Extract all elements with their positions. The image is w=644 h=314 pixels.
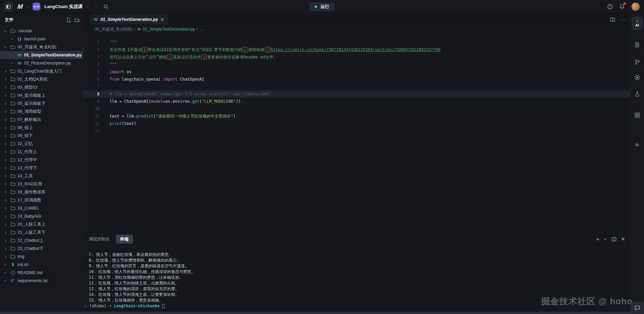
line-number: 6 bbox=[83, 77, 99, 82]
tree-item[interactable]: 15_RAG应用 bbox=[0, 180, 83, 188]
marscode-logo[interactable]: M bbox=[17, 3, 23, 10]
breadcrumb-file[interactable]: 01_SimpleTextGeneration.py bbox=[137, 27, 195, 32]
terminal-options-chevron-icon[interactable] bbox=[604, 237, 607, 241]
tree-item[interactable]: 04_提示模板上 bbox=[0, 91, 83, 99]
file-search-icon[interactable] bbox=[634, 42, 640, 48]
tree-item-label: 14_工具 bbox=[17, 173, 33, 179]
tree-item[interactable]: 07_解析输出 bbox=[0, 116, 83, 124]
new-file-icon[interactable] bbox=[66, 17, 71, 23]
tree-chevron[interactable] bbox=[3, 86, 8, 89]
tree-item[interactable]: 17_回调函数 bbox=[0, 196, 83, 204]
tree-item[interactable]: 22_Chatbot上 bbox=[0, 236, 83, 244]
project-chevron-down-icon[interactable] bbox=[86, 5, 89, 8]
tree-chevron[interactable] bbox=[3, 142, 8, 146]
tree-item[interactable]: 18_CAMEL bbox=[0, 204, 83, 212]
tree-chevron[interactable] bbox=[3, 94, 8, 97]
split-editor-icon[interactable] bbox=[610, 17, 615, 22]
notifications-button[interactable] bbox=[619, 3, 625, 10]
tree-item[interactable]: 09_链下 bbox=[0, 132, 83, 140]
tree-chevron[interactable] bbox=[3, 134, 8, 138]
breadcrumb-folder[interactable]: 00_开篇词_奇点时刻 bbox=[95, 27, 132, 32]
tree-item[interactable]: 20_人脉工具上 bbox=[0, 220, 83, 228]
flask-icon[interactable] bbox=[634, 91, 640, 97]
run-button[interactable]: 运行 bbox=[310, 2, 335, 11]
tree-item[interactable]: img bbox=[0, 253, 83, 261]
tree-item[interactable]: 23_Chatbot下 bbox=[0, 244, 83, 253]
new-terminal-icon[interactable]: + bbox=[596, 236, 599, 242]
tree-item[interactable]: 06_调用模型 bbox=[0, 107, 83, 116]
tree-chevron[interactable] bbox=[3, 110, 8, 114]
tree-item[interactable]: 00_开篇词_奇点时刻 bbox=[0, 43, 83, 51]
debug-icon[interactable] bbox=[634, 75, 640, 81]
tree-item-label: .vscode bbox=[17, 29, 32, 33]
ai-assistant-button[interactable]: AI bbox=[632, 17, 643, 30]
tree-chevron[interactable] bbox=[3, 182, 8, 186]
tree-item[interactable]: 10_记忆 bbox=[0, 140, 83, 148]
tree-item-label: 03_模型IO bbox=[17, 85, 37, 90]
tree-item[interactable]: requirements.txt bbox=[0, 277, 83, 285]
tab-01-simpletextgeneration[interactable]: 01_SimpleTextGeneration.py ✕ bbox=[89, 14, 168, 25]
git-branch-icon[interactable] bbox=[634, 59, 640, 65]
tab-debug-console[interactable]: 调试控制台 bbox=[89, 236, 110, 242]
tree-chevron[interactable] bbox=[3, 70, 8, 73]
more-actions-icon[interactable]: ··· bbox=[620, 17, 626, 23]
help-icon[interactable]: ? bbox=[607, 4, 613, 10]
split-panel-icon[interactable] bbox=[611, 237, 616, 242]
tree-item[interactable]: 08_链上 bbox=[0, 124, 83, 132]
tree-item[interactable]: 16_操作数据库 bbox=[0, 188, 83, 196]
typography-icon[interactable]: A bbox=[634, 142, 640, 148]
tree-item[interactable]: {}launch.json bbox=[0, 35, 83, 43]
search-icon[interactable] bbox=[103, 4, 109, 9]
tree-item[interactable]: 21_人脉工具下 bbox=[0, 228, 83, 236]
tree-item[interactable]: 19_BabyAGI bbox=[0, 212, 83, 220]
project-name[interactable]: LangChain 实战课 bbox=[44, 4, 83, 10]
tree-item[interactable]: ?README.md bbox=[0, 269, 83, 277]
tree-chevron[interactable] bbox=[3, 45, 8, 49]
marscode-ide-window: M </> LangChain 实战课 运行 ? 文件 bbox=[0, 0, 644, 314]
tree-chevron[interactable] bbox=[3, 174, 8, 178]
tree-item[interactable]: 02_PictureDescription.py bbox=[0, 59, 83, 67]
tree-chevron[interactable] bbox=[3, 29, 8, 33]
tree-chevron[interactable] bbox=[3, 223, 8, 226]
code-line: 4""" bbox=[83, 61, 630, 68]
new-folder-icon[interactable] bbox=[74, 17, 80, 23]
tree-item[interactable]: 12_代理中 bbox=[0, 156, 83, 164]
tree-chevron[interactable] bbox=[3, 118, 8, 122]
tree-chevron[interactable] bbox=[3, 158, 8, 162]
tree-chevron[interactable] bbox=[3, 207, 8, 210]
tree-chevron[interactable] bbox=[3, 126, 8, 130]
tree-item[interactable]: 11_代理上 bbox=[0, 148, 83, 156]
feedback-bubble-button[interactable] bbox=[631, 302, 644, 314]
logo-chevron-down-icon[interactable] bbox=[26, 5, 29, 8]
close-panel-icon[interactable]: ✕ bbox=[621, 236, 625, 242]
tree-chevron[interactable] bbox=[3, 190, 8, 194]
tree-chevron[interactable] bbox=[3, 255, 8, 259]
tree-chevron[interactable] bbox=[3, 198, 8, 202]
tree-chevron[interactable] bbox=[3, 102, 8, 105]
tree-chevron-icon bbox=[4, 45, 7, 49]
tree-chevron[interactable] bbox=[3, 247, 8, 251]
tree-item[interactable]: .vscode bbox=[0, 27, 83, 35]
tree-item[interactable]: 05_提示模板下 bbox=[0, 99, 83, 107]
code-editor[interactable]: 00_开篇词_奇点时刻 / 01_SimpleTextGeneration.py… bbox=[83, 25, 630, 233]
user-avatar[interactable] bbox=[631, 2, 640, 11]
tree-chevron[interactable] bbox=[3, 150, 8, 154]
tree-chevron[interactable] bbox=[3, 231, 8, 234]
tab-close-icon[interactable]: ✕ bbox=[160, 17, 164, 22]
tree-item[interactable]: 13_代理下 bbox=[0, 164, 83, 172]
extensions-grid-icon[interactable] bbox=[634, 112, 640, 118]
tree-item[interactable]: $init.sh bbox=[0, 261, 83, 269]
sidebar-toggle-button[interactable] bbox=[4, 2, 13, 11]
tree-chevron[interactable] bbox=[3, 166, 8, 170]
tree-item[interactable]: 01_SimpleTextGeneration.py bbox=[0, 51, 83, 59]
tree-item[interactable]: 02_文档QA系统 bbox=[0, 75, 83, 83]
tree-chevron[interactable] bbox=[3, 215, 8, 218]
tree-chevron[interactable] bbox=[3, 239, 8, 242]
breadcrumb[interactable]: 00_开篇词_奇点时刻 / 01_SimpleTextGeneration.py… bbox=[83, 25, 630, 34]
tree-item[interactable]: 03_模型IO bbox=[0, 83, 83, 91]
tree-item[interactable]: 01_LangChain快速入门 bbox=[0, 67, 83, 75]
breadcrumb-more[interactable]: ... bbox=[200, 27, 203, 32]
tree-chevron[interactable] bbox=[3, 78, 8, 81]
tab-terminal[interactable]: 终端 bbox=[116, 235, 133, 244]
tree-item[interactable]: 14_工具 bbox=[0, 172, 83, 180]
